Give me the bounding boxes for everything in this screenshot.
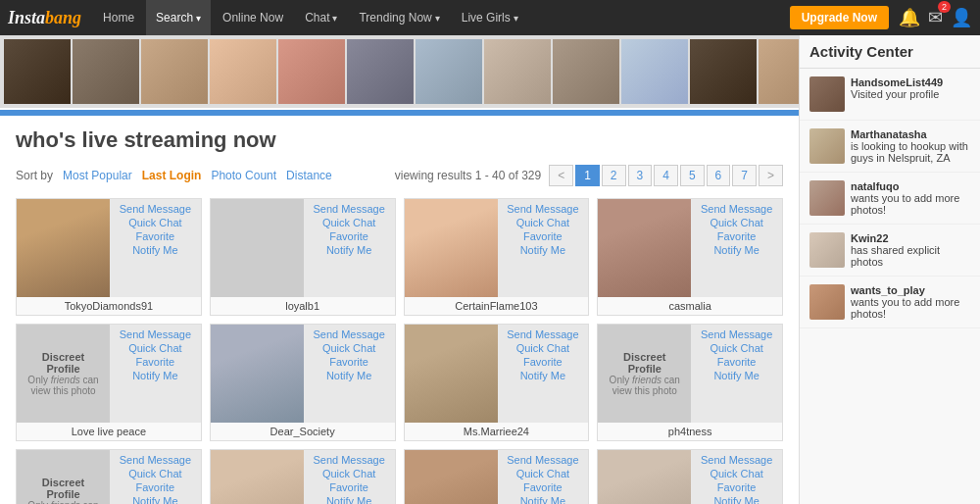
- card-11-notify[interactable]: Notify Me: [506, 495, 581, 504]
- page-7[interactable]: 7: [732, 165, 757, 186]
- card-6-chat[interactable]: Quick Chat: [312, 342, 387, 354]
- nav-search[interactable]: Search: [146, 0, 211, 35]
- card-5-notify[interactable]: Notify Me: [118, 370, 193, 381]
- card-6-notify[interactable]: Notify Me: [312, 370, 387, 381]
- card-2-notify[interactable]: Notify Me: [312, 244, 387, 256]
- card-12-notify[interactable]: Notify Me: [699, 495, 774, 504]
- card-7-chat[interactable]: Quick Chat: [506, 342, 581, 354]
- card-3-send[interactable]: Send Message: [506, 203, 581, 215]
- card-5-send[interactable]: Send Message: [118, 328, 193, 340]
- card-1-chat[interactable]: Quick Chat: [118, 217, 193, 228]
- thumb-6[interactable]: [347, 39, 414, 104]
- card-9-send[interactable]: Send Message: [118, 454, 193, 466]
- card-10-chat[interactable]: Quick Chat: [312, 468, 387, 479]
- card-10-send[interactable]: Send Message: [312, 454, 387, 466]
- card-8-send[interactable]: Send Message: [699, 328, 774, 340]
- panel-toggle[interactable]: ›: [799, 255, 800, 284]
- card-6-fav[interactable]: Favorite: [312, 356, 387, 368]
- nav-home[interactable]: Home: [93, 0, 144, 35]
- card-5-chat[interactable]: Quick Chat: [118, 342, 193, 354]
- page-6[interactable]: 6: [707, 165, 731, 186]
- thumb-2[interactable]: [73, 39, 139, 104]
- sort-distance[interactable]: Distance: [286, 169, 332, 182]
- thumb-8[interactable]: [484, 39, 551, 104]
- card-9-notify[interactable]: Notify Me: [118, 495, 193, 504]
- nav-trending[interactable]: Trending Now: [349, 0, 449, 35]
- nav-live-girls[interactable]: Live Girls: [452, 0, 528, 35]
- page-3[interactable]: 3: [628, 165, 653, 186]
- card-11-chat[interactable]: Quick Chat: [506, 468, 581, 479]
- card-4-send[interactable]: Send Message: [699, 203, 774, 215]
- card-3-photo[interactable]: [405, 199, 498, 297]
- card-4-notify[interactable]: Notify Me: [699, 244, 774, 256]
- card-8-chat[interactable]: Quick Chat: [699, 342, 774, 354]
- card-2-chat[interactable]: Quick Chat: [312, 217, 387, 228]
- message-icon[interactable]: ✉ 2: [928, 7, 943, 28]
- thumb-7[interactable]: [416, 39, 482, 104]
- thumb-3[interactable]: [141, 39, 208, 104]
- activity-user-3[interactable]: natalfuqo: [851, 180, 970, 192]
- card-2-send[interactable]: Send Message: [312, 203, 387, 215]
- card-7-fav[interactable]: Favorite: [506, 356, 581, 368]
- card-11-fav[interactable]: Favorite: [506, 481, 581, 493]
- card-1-fav[interactable]: Favorite: [118, 230, 193, 242]
- card-12-photo[interactable]: [598, 450, 691, 504]
- card-10-fav[interactable]: Favorite: [312, 481, 387, 493]
- card-5-photo[interactable]: DiscreetProfile Only friends can view th…: [17, 325, 110, 423]
- nav-chat[interactable]: Chat: [295, 0, 347, 35]
- card-7-send[interactable]: Send Message: [506, 328, 581, 340]
- card-4-fav[interactable]: Favorite: [699, 230, 774, 242]
- card-2-fav[interactable]: Favorite: [312, 230, 387, 242]
- card-1-notify[interactable]: Notify Me: [118, 244, 193, 256]
- activity-user-4[interactable]: Kwin22: [851, 232, 970, 244]
- card-8-fav[interactable]: Favorite: [699, 356, 774, 368]
- sort-photo-count[interactable]: Photo Count: [211, 169, 276, 182]
- card-6-photo[interactable]: [211, 325, 304, 423]
- card-12-fav[interactable]: Favorite: [699, 481, 774, 493]
- notification-icon[interactable]: 🔔: [899, 7, 920, 28]
- card-11-photo[interactable]: [405, 450, 498, 504]
- card-8-photo[interactable]: DiscreetProfile Only friends can view th…: [598, 325, 691, 423]
- card-12-chat[interactable]: Quick Chat: [699, 468, 774, 479]
- card-6-send[interactable]: Send Message: [312, 328, 387, 340]
- thumb-9[interactable]: [553, 39, 619, 104]
- page-2[interactable]: 2: [602, 165, 626, 186]
- card-3-fav[interactable]: Favorite: [506, 230, 581, 242]
- card-4-photo[interactable]: [598, 199, 691, 297]
- card-5-fav[interactable]: Favorite: [118, 356, 193, 368]
- activity-user-5[interactable]: wants_to_play: [851, 284, 970, 296]
- card-9-photo[interactable]: DiscreetProfile Only friends can view th…: [17, 450, 110, 504]
- card-12-send[interactable]: Send Message: [699, 454, 774, 466]
- thumb-11[interactable]: [690, 39, 757, 104]
- nav-online-now[interactable]: Online Now: [213, 0, 293, 35]
- card-9-fav[interactable]: Favorite: [118, 481, 193, 493]
- card-3-notify[interactable]: Notify Me: [506, 244, 581, 256]
- activity-user-2[interactable]: Marthanatasha: [851, 128, 970, 140]
- card-7-photo[interactable]: [405, 325, 498, 423]
- page-4[interactable]: 4: [654, 165, 678, 186]
- thumb-10[interactable]: [621, 39, 688, 104]
- profile-icon[interactable]: 👤: [951, 7, 972, 28]
- upgrade-button[interactable]: Upgrade Now: [790, 6, 889, 29]
- card-8-notify[interactable]: Notify Me: [699, 370, 774, 381]
- thumb-4[interactable]: [210, 39, 276, 104]
- card-1-photo[interactable]: [17, 199, 110, 297]
- page-1[interactable]: 1: [575, 165, 600, 186]
- thumb-5[interactable]: [278, 39, 345, 104]
- card-3-chat[interactable]: Quick Chat: [506, 217, 581, 228]
- card-2-photo[interactable]: [211, 199, 304, 297]
- card-9-chat[interactable]: Quick Chat: [118, 468, 193, 479]
- card-1-send[interactable]: Send Message: [118, 203, 193, 215]
- thumb-1[interactable]: [4, 39, 71, 104]
- card-4-chat[interactable]: Quick Chat: [699, 217, 774, 228]
- card-10-notify[interactable]: Notify Me: [312, 495, 387, 504]
- card-7-notify[interactable]: Notify Me: [506, 370, 581, 381]
- page-next[interactable]: >: [759, 165, 783, 186]
- thumb-12[interactable]: [759, 39, 799, 104]
- page-prev[interactable]: <: [549, 165, 573, 186]
- card-10-photo[interactable]: [211, 450, 304, 504]
- sort-most-popular[interactable]: Most Popular: [63, 169, 132, 182]
- activity-user-1[interactable]: HandsomeList449: [851, 76, 943, 88]
- card-11-send[interactable]: Send Message: [506, 454, 581, 466]
- sort-last-login[interactable]: Last Login: [142, 169, 202, 182]
